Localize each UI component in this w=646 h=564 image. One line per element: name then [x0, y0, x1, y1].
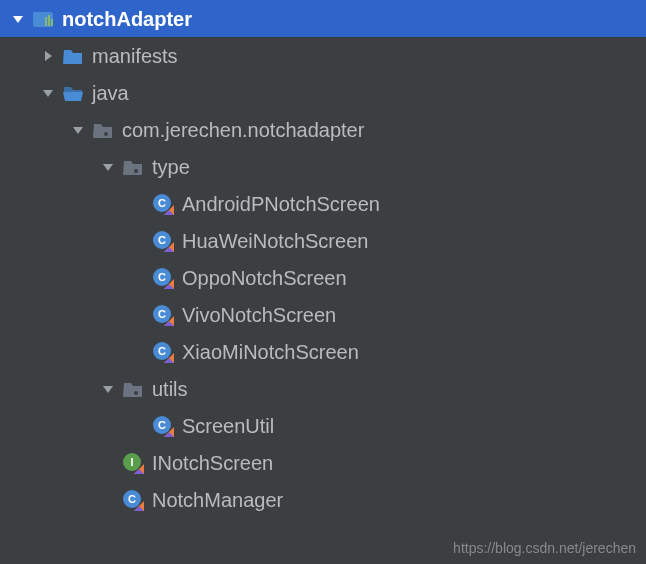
svg-text:C: C — [158, 345, 166, 357]
svg-point-6 — [134, 169, 138, 173]
kotlin-class-icon: C — [152, 415, 174, 437]
tree-row-label: manifests — [92, 46, 178, 66]
tree-row-label: notchAdapter — [62, 9, 192, 29]
kotlin-class-icon: C — [152, 304, 174, 326]
svg-text:C: C — [128, 493, 136, 505]
svg-rect-1 — [33, 12, 42, 16]
tree-row-label: type — [152, 157, 190, 177]
tree-row-label: utils — [152, 379, 188, 399]
kotlin-class-icon: C — [122, 489, 144, 511]
kotlin-class-icon: C — [152, 341, 174, 363]
folder-open-icon — [62, 82, 84, 104]
tree-row[interactable]: type — [0, 148, 646, 185]
tree-row[interactable]: CAndroidPNotchScreen — [0, 185, 646, 222]
tree-row-root[interactable]: notchAdapter — [0, 0, 646, 37]
svg-text:C: C — [158, 271, 166, 283]
package-icon — [122, 378, 144, 400]
tree-row-label: OppoNotchScreen — [182, 268, 347, 288]
kotlin-class-icon: C — [152, 267, 174, 289]
watermark-text: https://blog.csdn.net/jerechen — [453, 540, 636, 556]
kotlin-interface-icon: I — [122, 452, 144, 474]
svg-rect-3 — [48, 15, 50, 26]
svg-text:C: C — [158, 308, 166, 320]
chevron-down-icon[interactable] — [70, 122, 86, 138]
svg-text:C: C — [158, 419, 166, 431]
chevron-right-icon[interactable] — [40, 48, 56, 64]
tree-row[interactable]: manifests — [0, 37, 646, 74]
package-icon — [122, 156, 144, 178]
tree-row[interactable]: CVivoNotchScreen — [0, 296, 646, 333]
svg-rect-4 — [51, 19, 53, 26]
chevron-down-icon[interactable] — [100, 381, 116, 397]
tree-row-label: com.jerechen.notchadapter — [122, 120, 364, 140]
module-icon — [32, 8, 54, 30]
kotlin-class-icon: C — [152, 230, 174, 252]
tree-row[interactable]: CHuaWeiNotchScreen — [0, 222, 646, 259]
tree-row[interactable]: CNotchManager — [0, 481, 646, 518]
svg-text:I: I — [130, 456, 133, 468]
svg-rect-2 — [45, 17, 47, 26]
chevron-down-icon[interactable] — [10, 11, 26, 27]
chevron-down-icon[interactable] — [100, 159, 116, 175]
chevron-down-icon[interactable] — [40, 85, 56, 101]
svg-point-17 — [134, 391, 138, 395]
tree-row[interactable]: CXiaoMiNotchScreen — [0, 333, 646, 370]
tree-row[interactable]: com.jerechen.notchadapter — [0, 111, 646, 148]
tree-row-label: NotchManager — [152, 490, 283, 510]
tree-row[interactable]: utils — [0, 370, 646, 407]
tree-row-label: VivoNotchScreen — [182, 305, 336, 325]
tree-row[interactable]: java — [0, 74, 646, 111]
package-icon — [92, 119, 114, 141]
tree-row-label: AndroidPNotchScreen — [182, 194, 380, 214]
tree-row-label: java — [92, 83, 129, 103]
project-tree: notchAdapter manifestsjavacom.jerechen.n… — [0, 0, 646, 518]
tree-row-label: XiaoMiNotchScreen — [182, 342, 359, 362]
tree-row-label: HuaWeiNotchScreen — [182, 231, 368, 251]
tree-row-label: INotchScreen — [152, 453, 273, 473]
tree-row[interactable]: IINotchScreen — [0, 444, 646, 481]
svg-text:C: C — [158, 197, 166, 209]
kotlin-class-icon: C — [152, 193, 174, 215]
tree-row[interactable]: COppoNotchScreen — [0, 259, 646, 296]
tree-row-label: ScreenUtil — [182, 416, 274, 436]
svg-text:C: C — [158, 234, 166, 246]
svg-point-5 — [104, 132, 108, 136]
folder-icon — [62, 45, 84, 67]
tree-row[interactable]: CScreenUtil — [0, 407, 646, 444]
